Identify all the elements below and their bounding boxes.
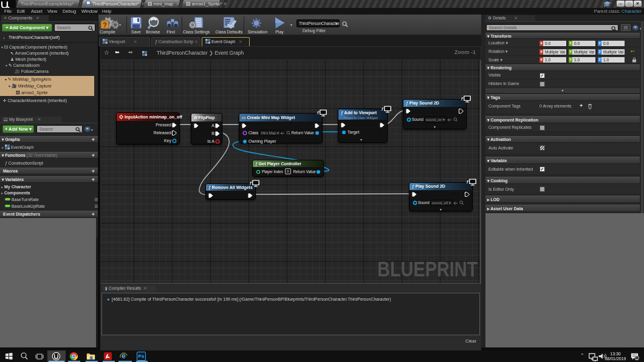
svg-text:1: 1 (636, 357, 638, 360)
svg-text:f: f (317, 110, 320, 115)
svg-text:f: f (382, 106, 384, 112)
svg-text:f: f (461, 96, 464, 101)
svg-text:f: f (467, 179, 469, 185)
svg-text:?: ? (103, 21, 107, 29)
svg-text:f: f (250, 180, 252, 186)
